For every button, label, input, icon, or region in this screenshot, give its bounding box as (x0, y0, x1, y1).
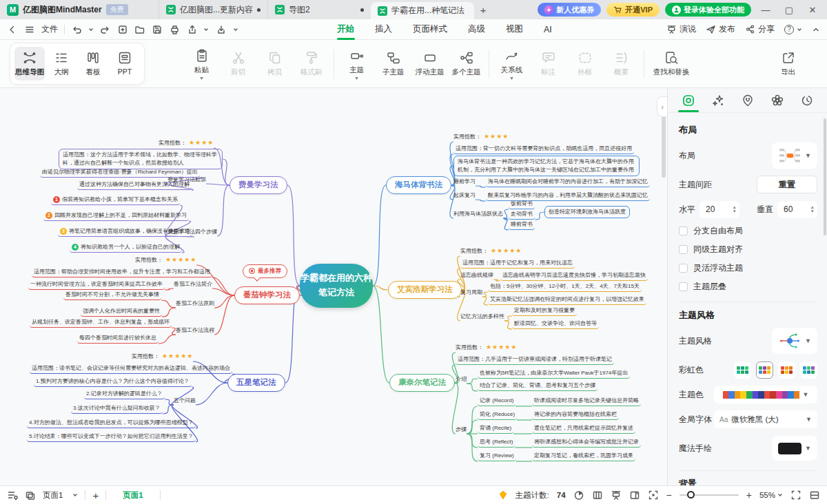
mindmap-node-tm-intro[interactable]: 番茄工作法简介 (174, 280, 212, 288)
mindmap-node-tm-stars[interactable]: 实用指数：★★★★★ (135, 255, 196, 265)
help-button[interactable]: ? (784, 25, 802, 34)
mindmap-node-fm-scope[interactable]: 适用范围：这个方法适用于学术领域，比如数学、物理等理科学科，通过向自己解释一个知… (59, 149, 223, 169)
minimize-button[interactable]: — (757, 5, 775, 15)
rainbow-swatch-4[interactable] (800, 361, 817, 379)
add-page-button[interactable]: + (92, 490, 99, 501)
mindmap-node-center[interactable]: 学霸都在用的六种笔记方法 (300, 264, 373, 308)
undo-caret-icon[interactable] (88, 27, 94, 32)
mindmap-node-wx-q2[interactable]: 2.记录对方讲解的逻辑是什么？ (84, 390, 165, 399)
print-icon[interactable] (169, 24, 180, 35)
subtopic-button[interactable]: 子主题 (375, 50, 411, 77)
mindmap-node-hm-scope[interactable]: 适用范围：背一切の文科等需要背的知识点，助眠也适用，而且还很好用 (453, 145, 634, 154)
tab-page-style[interactable]: 页面样式 (411, 20, 449, 39)
publish-button[interactable]: 发布 (706, 23, 735, 35)
page-tab-active[interactable]: 页面1 (113, 490, 152, 501)
callout-button[interactable]: 标注 (530, 50, 566, 77)
mindmap-node-hm-a3[interactable]: 睡前背书 (509, 220, 535, 230)
mindmap-node-wx[interactable]: 五星笔记法 (227, 374, 285, 392)
maximize-button[interactable]: ▢ (780, 5, 798, 15)
rainbow-swatch-1[interactable] (734, 361, 751, 379)
export-button[interactable]: 导出 (770, 50, 806, 77)
mindmap-node-ab[interactable]: 艾宾浩斯学习法 (388, 281, 462, 299)
mindmap-node-wx-q5[interactable]: 5.讨论结束：哪些可以变成下一步行动？如何把它们运用到生活里？ (27, 432, 196, 442)
mindmap-node-tm[interactable]: 番茄钟学习法 (234, 286, 300, 304)
page-preview-icon[interactable] (25, 490, 36, 501)
mindmap-node-tm-flow-2[interactable]: 每四个番茄时间后进行较长休息 (77, 334, 159, 344)
mindmap-node-tm-rule-2[interactable]: 强调个人化作息时间表的重要性 (81, 307, 162, 317)
format-painter-button[interactable]: 格式刷 (293, 50, 329, 77)
checkbox-icon[interactable] (679, 245, 688, 254)
zoom-in-button[interactable]: + (746, 490, 752, 501)
mindmap-node-ab-var-2[interactable]: 默读回忆、交谈争论、设问自答等 (512, 319, 599, 329)
import-icon[interactable] (215, 24, 226, 35)
mindmap-node-wx-q4[interactable]: 4.对方的做法、想法或者给我的启发点，可以提炼为哪些思维模型？ (27, 419, 196, 428)
mode-kanban[interactable]: 看板 (78, 47, 108, 81)
new-file-icon[interactable] (117, 24, 128, 35)
summary-button[interactable]: 概要 (603, 50, 640, 77)
panel-tab-stickers[interactable] (736, 89, 759, 112)
panel-layout-icon[interactable] (629, 490, 640, 501)
copy-button[interactable]: 拷贝 (256, 50, 293, 77)
mindmap-node-tm-callout[interactable]: 最多推荐 (243, 264, 287, 278)
zoom-out-button[interactable]: − (666, 490, 672, 501)
mindmap-node-kn-steps[interactable]: 步骤 (456, 426, 467, 434)
floating-topic-button[interactable]: 浮动主题 (411, 50, 448, 77)
toolbar-more-icon[interactable] (232, 26, 239, 33)
mindmap-node-ab-cycle[interactable]: 复习周期 (460, 288, 482, 297)
share-button[interactable]: 分享 (745, 23, 775, 35)
mindmap-node-kn-stars[interactable]: 实用指数：★★★★★ (456, 343, 517, 353)
coupon-promo-button[interactable]: 新人优惠券 (538, 3, 601, 17)
tab-insert[interactable]: 插入 (374, 20, 394, 39)
mindmap-node-wx-q3[interactable]: 3.这次讨论中我有什么疑问和收获？ (71, 404, 163, 414)
page-dropdown[interactable]: 页面1 (43, 490, 78, 501)
mindmap-canvas[interactable]: 学霸都在用的六种笔记方法费曼学习法实用指数：★★★★适用范围：这个方法适用于学术… (0, 88, 667, 485)
mode-outline[interactable]: 大纲 (46, 47, 76, 81)
panel-tab-history[interactable] (795, 89, 819, 112)
mindmap-node-fm-step-2[interactable]: 2回顾并发现自己理解上的不足，回到原始材料重新学习 (43, 211, 189, 221)
mindmap-node-hm-active[interactable]: 利用海马体活跃状态 (453, 210, 503, 218)
mindmap-node-hm-stars[interactable]: 实用指数：★★★★ (453, 132, 509, 142)
panel-collapse-button[interactable]: › (657, 96, 667, 117)
mode-ppt[interactable]: PPT (110, 47, 140, 81)
find-replace-button[interactable]: 查找和替换 (649, 50, 694, 77)
vertical-spacing-stepper[interactable]: 60▲▼ (777, 201, 817, 218)
mindmap-node-ab-stars[interactable]: 实用指数：★★★★★ (460, 246, 522, 256)
mindmap-node-ab-curve[interactable]: 遗忘曲线规律 (460, 271, 493, 280)
present-button[interactable]: 演说 (666, 23, 696, 35)
layout-dropdown[interactable]: ▼ (772, 143, 817, 169)
paste-button[interactable]: 粘贴▼ (183, 48, 220, 80)
mindmap-node-fm[interactable]: 费曼学习法 (229, 176, 287, 194)
mindmap-node-kn-intro-1[interactable]: 也被称为5R笔记法，由康奈尔大学Walter Pauk于1974年提出 (478, 369, 630, 379)
mindmap-node-hm[interactable]: 海马体背书法 (386, 176, 451, 194)
mindmap-node-tm-flow-1[interactable]: 从规划任务、设定番茄钟、工作、休息到复盘，形成循环 (30, 318, 172, 328)
checkbox-icon[interactable] (679, 227, 688, 235)
mindmap-node-kn-intro[interactable]: 介绍 (456, 375, 467, 384)
mindmap-node-hm-sleep[interactable]: 睡前学习 (453, 178, 476, 186)
redo-icon[interactable] (100, 24, 111, 35)
tab-ai[interactable]: AI (542, 21, 553, 38)
mindmap-node-hm-box[interactable]: 创造特定环境刺激海马体活跃度 (544, 206, 630, 218)
tab-home[interactable]: 开始 (336, 20, 356, 39)
checkbox-icon[interactable] (679, 282, 688, 291)
open-file-icon[interactable] (134, 24, 145, 35)
mindmap-node-fm-step-4[interactable]: 4将知识教给另一个人，以验证自己的理解 (70, 243, 182, 253)
stepper-arrows-icon[interactable]: ▲▼ (810, 205, 815, 213)
stepper-arrows-icon[interactable]: ▲▼ (733, 205, 737, 213)
mindmap-node-wx-scope[interactable]: 适用范围：读书笔记、会议记录等任何需要研究对方的表达逻辑、表述内容的场合 (30, 364, 232, 374)
mindmap-node-kn-s3[interactable]: 背诵 (Recite) (478, 424, 513, 434)
checkbox-align-sibling-topics[interactable]: 同级主题对齐 (679, 240, 817, 259)
panel-tab-layout[interactable] (677, 89, 700, 112)
export-file-icon[interactable] (186, 24, 197, 35)
mindmap-node-hm-desc[interactable]: 海马体背书法是一种高效的学习记忆方法，它基于海马体在大脑中的作用机制，充分利用了… (453, 156, 640, 176)
rainbow-swatch-3[interactable] (778, 361, 795, 379)
presentation-mode-icon[interactable] (611, 490, 622, 501)
mindmap-node-kn-s2[interactable]: 简化 (Reduce) (478, 410, 517, 420)
magic-hand-drawn-dropdown[interactable]: ▼ (772, 436, 817, 461)
mindmap-node-hm-a2[interactable]: 走动背书 (509, 210, 535, 220)
mindmap-node-fm-origin-1[interactable]: 由诺贝尔物理学奖获得者理查德·费曼（Richard Feynman）提出 (40, 168, 200, 178)
timer-icon[interactable] (573, 490, 584, 501)
panel-tab-plugins[interactable] (766, 89, 789, 112)
mindmap-node-ab-scope[interactable]: 适用范围：适用于记忆和复习，用来对抗遗忘 (460, 259, 575, 269)
document-tab-2[interactable]: 导图2 (267, 0, 371, 19)
mindmap-node-kn-s5[interactable]: 复习 (Review) (478, 452, 516, 461)
